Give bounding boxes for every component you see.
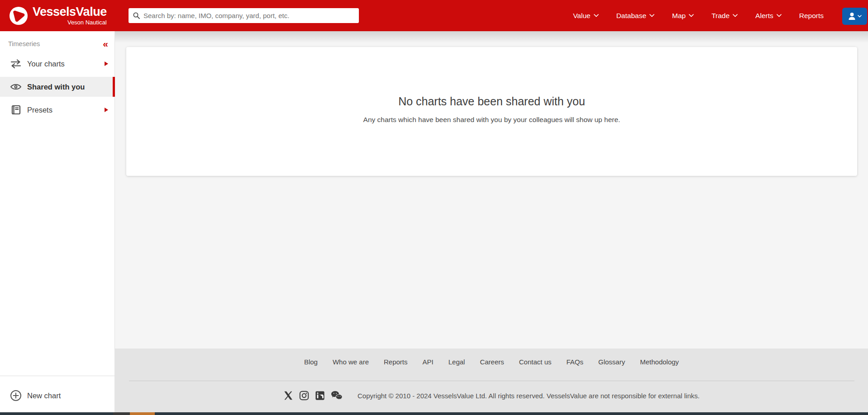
book-icon bbox=[10, 104, 22, 115]
footer-bottom-row: Copyright © 2010 - 2024 VesselsValue Ltd… bbox=[115, 391, 868, 401]
brand-tagline: Veson Nautical bbox=[67, 19, 107, 25]
empty-state-title: No charts have been shared with you bbox=[126, 95, 857, 108]
nav-trade[interactable]: Trade bbox=[711, 12, 738, 20]
taskbar-segment bbox=[113, 412, 130, 415]
sidebar-item-label: Your charts bbox=[27, 60, 105, 68]
chevron-down-icon bbox=[689, 14, 694, 17]
footer-link-glossary[interactable]: Glossary bbox=[598, 358, 625, 366]
nav-map[interactable]: Map bbox=[672, 12, 694, 20]
main-content: No charts have been shared with you Any … bbox=[115, 31, 868, 415]
footer-link-faqs[interactable]: FAQs bbox=[566, 358, 583, 366]
nav-reports[interactable]: Reports bbox=[799, 12, 824, 20]
sidebar-header: Timeseries « bbox=[0, 31, 114, 47]
new-chart-button[interactable]: New chart bbox=[0, 376, 114, 415]
taskbar-segment-active bbox=[130, 412, 155, 415]
sidebar-item-your-charts[interactable]: Your charts bbox=[0, 55, 114, 73]
nav-map-label: Map bbox=[672, 12, 686, 20]
sidebar-item-label: Presets bbox=[27, 106, 105, 114]
sidebar-item-shared-with-you[interactable]: Shared with you bbox=[0, 77, 114, 97]
social-links bbox=[283, 391, 343, 401]
chevron-down-icon bbox=[594, 14, 599, 17]
nav-database[interactable]: Database bbox=[616, 12, 654, 20]
nav-trade-label: Trade bbox=[711, 12, 730, 20]
x-twitter-icon[interactable] bbox=[283, 391, 293, 401]
linkedin-icon[interactable] bbox=[315, 391, 325, 401]
plus-circle-icon bbox=[10, 390, 22, 401]
footer-link-careers[interactable]: Careers bbox=[480, 358, 504, 366]
user-icon bbox=[848, 12, 856, 20]
expand-right-icon bbox=[105, 108, 108, 112]
chevron-down-icon bbox=[733, 14, 738, 17]
chevron-down-icon bbox=[858, 15, 862, 18]
footer-link-who-we-are[interactable]: Who we are bbox=[333, 358, 369, 366]
footer-divider bbox=[129, 381, 854, 381]
sidebar-item-presets[interactable]: Presets bbox=[0, 101, 114, 119]
chevron-down-icon bbox=[649, 14, 654, 17]
brand-logo[interactable]: VesselsValue Veson Nautical bbox=[9, 6, 107, 25]
nav-database-label: Database bbox=[616, 12, 646, 20]
search-input[interactable] bbox=[143, 12, 354, 19]
collapse-sidebar-icon[interactable]: « bbox=[103, 41, 108, 47]
new-chart-label: New chart bbox=[27, 391, 61, 400]
brand-name: VesselsValue bbox=[33, 6, 107, 18]
sidebar-item-label: Shared with you bbox=[27, 83, 108, 91]
expand-right-icon bbox=[105, 61, 108, 66]
footer-links: Blog Who we are Reports API Legal Career… bbox=[115, 358, 868, 366]
footer-link-reports[interactable]: Reports bbox=[384, 358, 408, 366]
footer-link-legal[interactable]: Legal bbox=[448, 358, 465, 366]
top-header: VesselsValue Veson Nautical Value Databa… bbox=[0, 0, 868, 31]
empty-state-description: Any charts which have been shared with y… bbox=[126, 116, 857, 124]
copyright-text: Copyright © 2010 - 2024 VesselsValue Ltd… bbox=[358, 392, 700, 400]
sidebar-section-title: Timeseries bbox=[8, 40, 40, 47]
main-nav: Value Database Map Trade Alerts Reports bbox=[573, 0, 824, 31]
wechat-icon[interactable] bbox=[331, 391, 343, 401]
nav-value[interactable]: Value bbox=[573, 12, 599, 20]
footer-link-api[interactable]: API bbox=[423, 358, 434, 366]
sidebar-nav-list: Your charts Shared with you Presets bbox=[0, 55, 114, 123]
nav-reports-label: Reports bbox=[799, 12, 824, 20]
footer-link-contact-us[interactable]: Contact us bbox=[519, 358, 552, 366]
nav-value-label: Value bbox=[573, 12, 591, 20]
nav-alerts[interactable]: Alerts bbox=[755, 12, 782, 20]
global-search[interactable] bbox=[129, 8, 359, 23]
chevron-down-icon bbox=[777, 14, 782, 17]
page-footer: Blog Who we are Reports API Legal Career… bbox=[115, 349, 868, 415]
empty-state-card: No charts have been shared with you Any … bbox=[126, 47, 857, 176]
eye-icon bbox=[10, 82, 22, 91]
vesselsvalue-logo-icon bbox=[9, 6, 28, 25]
footer-link-methodology[interactable]: Methodology bbox=[640, 358, 679, 366]
instagram-icon[interactable] bbox=[299, 391, 309, 401]
search-icon bbox=[133, 12, 140, 19]
nav-alerts-label: Alerts bbox=[755, 12, 773, 20]
user-menu-button[interactable] bbox=[842, 8, 867, 25]
footer-link-blog[interactable]: Blog bbox=[304, 358, 318, 366]
taskbar-edge bbox=[0, 412, 868, 415]
swap-arrows-icon bbox=[10, 59, 22, 69]
timeseries-sidebar: Timeseries « Your charts Shared with you… bbox=[0, 31, 115, 415]
